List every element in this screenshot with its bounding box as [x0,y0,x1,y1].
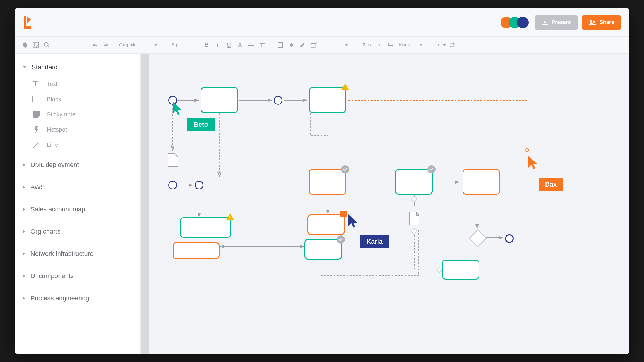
stroke-width-value: 2 px [361,42,373,48]
people-icon [589,20,596,25]
task-node[interactable] [307,214,345,235]
shape-block[interactable]: Block [32,92,140,107]
text-color-icon[interactable]: A [235,40,245,50]
bold-icon[interactable]: B [202,40,211,50]
canvas[interactable]: '' Beto Karla Dax [155,59,624,348]
align-icon[interactable] [246,40,256,50]
swimlane-divider [155,200,624,200]
hotspot-icon [32,125,40,134]
gateway-small[interactable] [411,228,418,235]
collaborator-avatars [501,17,529,28]
pencil-icon[interactable] [298,40,307,50]
shape-hotspot[interactable]: Hotspot [32,122,140,137]
avatar[interactable] [517,17,529,28]
connector-icon[interactable] [386,40,395,50]
warning-badge [226,213,234,220]
task-node[interactable] [173,242,220,259]
intermediate-event[interactable] [195,181,203,189]
font-family-select[interactable]: Graphik [119,42,157,48]
task-node[interactable] [395,169,433,195]
font-decrease-icon[interactable]: − [159,40,168,50]
canvas-area[interactable]: '' Beto Karla Dax [141,54,629,354]
text-format-icon[interactable]: T [258,40,267,50]
caret-down-icon [23,66,26,68]
fill-icon[interactable] [275,40,285,50]
panel-aws[interactable]: AWS [15,180,140,194]
comment-badge[interactable]: '' [340,211,347,217]
task-node[interactable] [304,239,342,260]
svg-point-5 [44,42,48,46]
svg-rect-26 [525,148,529,152]
gear-icon[interactable] [20,40,29,50]
stroke-decrease-icon[interactable]: − [350,40,359,50]
underline-icon[interactable]: U [224,40,234,50]
sticky-icon [32,110,40,118]
svg-rect-10 [33,96,40,102]
cursor-label-beto: Beto [187,118,215,131]
panel-sales[interactable]: Sales account map [15,203,140,216]
cursor-beto-icon [173,102,185,117]
dropdown-icon[interactable] [443,44,446,46]
warning-badge [341,83,349,90]
panel-label: UML deployment [30,161,79,169]
panel-label: Org charts [30,228,61,235]
shape-label: Line [47,142,58,148]
panel-process[interactable]: Process engineering [15,292,140,305]
shape-sticky[interactable]: Sticky note [32,107,140,122]
end-event[interactable] [505,234,514,243]
panel-network[interactable]: Network infrastructure [15,247,140,261]
start-event[interactable] [168,181,177,189]
caret-right-icon [23,208,25,211]
share-button[interactable]: Share [582,15,621,30]
dropdown-icon[interactable] [419,44,422,46]
panel-label: Network infrastructure [30,250,93,258]
vertical-ruler [141,54,149,354]
task-node[interactable] [309,87,346,113]
panel-standard[interactable]: Standard [15,61,140,74]
cursor-label-dax: Dax [539,178,563,191]
share-label: Share [600,19,614,25]
gateway-small[interactable] [436,267,443,273]
redo-icon[interactable] [101,40,111,50]
gateway[interactable] [469,229,487,247]
shape-check-icon[interactable] [309,40,318,50]
check-badge [341,165,349,173]
line-style-value: None [397,42,418,48]
panel-ui[interactable]: UI components [15,269,140,283]
shape-line[interactable]: Line [32,137,140,152]
block-icon [32,95,40,103]
stroke-increase-icon[interactable]: + [375,40,384,50]
connector-diamond-icon [524,147,530,153]
task-node[interactable] [180,217,231,238]
gateway-small[interactable] [411,196,418,203]
task-node[interactable] [309,169,346,195]
shape-text[interactable]: T Text [32,76,140,92]
italic-icon[interactable]: I [213,40,222,50]
task-node[interactable] [463,169,500,195]
document-icon[interactable] [409,211,420,225]
font-increase-icon[interactable]: + [183,40,193,50]
text-icon: T [32,80,40,88]
image-icon[interactable] [31,40,40,50]
task-node[interactable] [201,87,238,113]
undo-icon[interactable] [90,40,100,50]
caret-right-icon [23,185,25,189]
panel-org[interactable]: Org charts [15,225,140,238]
play-icon [542,20,548,25]
present-button[interactable]: Present [535,15,578,30]
search-icon[interactable] [42,40,52,50]
arrow-style-icon[interactable] [432,40,441,50]
document-icon[interactable] [167,153,179,167]
task-node[interactable] [442,260,479,280]
standard-shapes-list: T Text Block Sticky note Hotspot L [15,74,140,158]
svg-rect-3 [33,42,38,47]
swap-icon[interactable] [448,40,457,50]
panel-uml[interactable]: UML deployment [15,158,140,172]
intermediate-event[interactable] [274,96,282,105]
svg-text:T: T [33,80,38,87]
cursor-dax-icon [528,156,541,171]
dropdown-icon[interactable] [345,44,348,46]
bucket-icon[interactable] [287,40,296,50]
shape-label: Sticky note [47,111,76,118]
panel-label: Sales account map [30,206,85,213]
